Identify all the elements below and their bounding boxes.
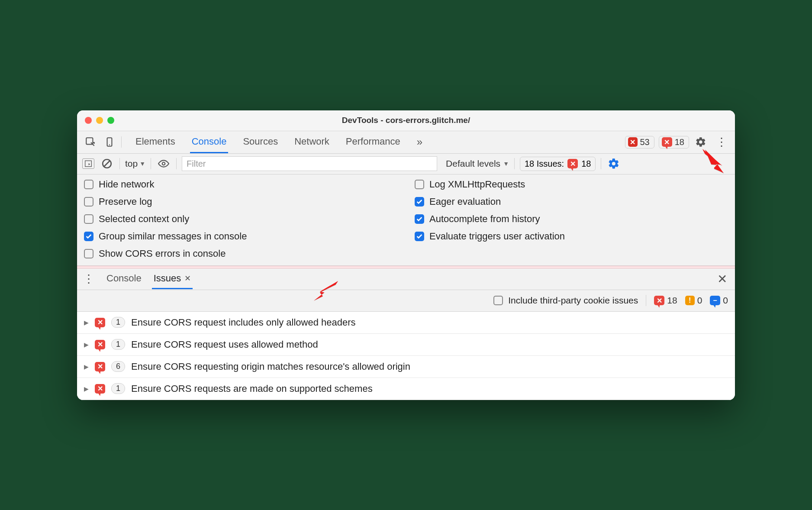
tab-elements[interactable]: Elements xyxy=(134,131,177,153)
device-toolbar-icon[interactable] xyxy=(102,135,117,149)
issue-chat-icon: ✕ xyxy=(662,137,672,147)
checkbox-icon xyxy=(493,296,503,305)
issue-row[interactable]: ▶ ✕ 1 Ensure CORS requests are made on s… xyxy=(77,378,735,400)
issues-count-pill[interactable]: ✕ 18 xyxy=(659,136,689,148)
setting-autocomplete-history[interactable]: Autocomplete from history xyxy=(415,213,728,225)
issue-count-badge: 1 xyxy=(111,383,125,394)
tab-performance[interactable]: Performance xyxy=(344,131,402,153)
setting-hide-network[interactable]: Hide network xyxy=(84,179,397,190)
close-drawer-icon[interactable]: ✕ xyxy=(714,272,731,286)
divider xyxy=(151,158,151,169)
expand-icon[interactable]: ▶ xyxy=(84,363,89,370)
chevron-down-icon: ▼ xyxy=(139,160,145,167)
context-selector[interactable]: top ▼ xyxy=(125,158,145,169)
issue-title: Ensure CORS requesting origin matches re… xyxy=(131,361,410,372)
filter-input[interactable] xyxy=(182,156,437,171)
window-title: DevTools - cors-errors.glitch.me/ xyxy=(77,116,735,125)
issue-count-badge: 1 xyxy=(111,339,125,350)
divider xyxy=(601,158,601,169)
checkbox-icon xyxy=(415,180,424,189)
tab-console[interactable]: Console xyxy=(190,131,229,153)
svg-line-5 xyxy=(104,161,110,167)
live-expression-icon[interactable] xyxy=(156,156,171,171)
drawer-tabs: ⋮ Console Issues ✕ ✕ xyxy=(77,268,735,290)
window-controls xyxy=(85,117,114,124)
error-count: 53 xyxy=(640,137,650,147)
issue-count-warnings: !0 xyxy=(685,295,702,306)
drawer-tab-issues[interactable]: Issues ✕ xyxy=(152,268,193,289)
issues-toolbar-pill[interactable]: 18 Issues: ✕ 18 xyxy=(520,157,596,171)
issue-title: Ensure CORS request uses allowed method xyxy=(131,339,318,350)
setting-log-xhr[interactable]: Log XMLHttpRequests xyxy=(415,179,728,190)
checkbox-checked-icon xyxy=(84,232,93,241)
issue-chat-icon: ✕ xyxy=(95,318,105,327)
chevron-down-icon: ▼ xyxy=(503,160,509,167)
annotation-arrow-icon xyxy=(311,275,341,307)
console-settings-panel: Hide network Preserve log Selected conte… xyxy=(77,174,735,266)
inspect-element-icon[interactable] xyxy=(83,135,98,149)
issue-count-errors: ✕18 xyxy=(654,295,677,306)
log-levels-selector[interactable]: Default levels ▼ xyxy=(446,158,509,169)
divider xyxy=(514,158,515,169)
issues-count: 18 xyxy=(675,137,684,147)
warning-icon: ! xyxy=(685,296,695,305)
setting-preserve-log[interactable]: Preserve log xyxy=(84,196,397,207)
settings-col-left: Hide network Preserve log Selected conte… xyxy=(84,179,397,259)
checkbox-checked-icon xyxy=(415,232,424,241)
issue-count-badge: 6 xyxy=(111,361,125,372)
titlebar: DevTools - cors-errors.glitch.me/ xyxy=(77,110,735,131)
devtools-window: DevTools - cors-errors.glitch.me/ Elemen… xyxy=(77,110,735,400)
tabs-overflow[interactable]: » xyxy=(415,131,424,153)
close-window-dot[interactable] xyxy=(85,117,92,124)
drawer-more-icon[interactable]: ⋮ xyxy=(81,272,96,286)
toggle-sidebar-icon[interactable] xyxy=(82,158,94,169)
issue-chat-icon: ✕ xyxy=(654,296,664,305)
setting-eager-eval[interactable]: Eager evaluation xyxy=(415,196,728,207)
include-third-party-checkbox[interactable]: Include third-party cookie issues xyxy=(493,295,638,306)
error-count-pill[interactable]: ✕ 53 xyxy=(625,136,654,148)
checkbox-checked-icon xyxy=(415,214,424,224)
console-settings-gear-icon[interactable] xyxy=(606,156,621,171)
divider xyxy=(121,136,122,148)
issue-chat-icon: ✕ xyxy=(567,159,578,168)
divider xyxy=(646,295,646,306)
issue-row[interactable]: ▶ ✕ 6 Ensure CORS requesting origin matc… xyxy=(77,356,735,378)
tab-sources[interactable]: Sources xyxy=(241,131,280,153)
issue-chat-icon: ✕ xyxy=(95,340,105,349)
issue-row[interactable]: ▶ ✕ 1 Ensure CORS request uses allowed m… xyxy=(77,334,735,356)
issue-chat-icon: ✕ xyxy=(95,384,105,394)
checkbox-checked-icon xyxy=(415,197,424,207)
drawer-tab-console[interactable]: Console xyxy=(105,268,143,289)
error-icon: ✕ xyxy=(628,137,638,147)
setting-eval-user-activation[interactable]: Evaluate triggers user activation xyxy=(415,231,728,242)
expand-icon[interactable]: ▶ xyxy=(84,385,89,392)
expand-icon[interactable]: ▶ xyxy=(84,319,89,326)
tab-network[interactable]: Network xyxy=(293,131,331,153)
clear-console-icon[interactable] xyxy=(100,156,114,171)
minimize-window-dot[interactable] xyxy=(96,117,103,124)
issues-pill-count: 18 xyxy=(581,159,591,169)
info-chat-icon: – xyxy=(710,296,720,305)
issue-chat-icon: ✕ xyxy=(95,362,105,371)
close-tab-icon[interactable]: ✕ xyxy=(184,274,191,283)
settings-col-right: Log XMLHttpRequests Eager evaluation Aut… xyxy=(415,179,728,259)
annotation-arrow-icon xyxy=(699,146,730,178)
checkbox-icon xyxy=(84,197,93,207)
zoom-window-dot[interactable] xyxy=(107,117,114,124)
issue-title: Ensure CORS requests are made on support… xyxy=(131,383,373,394)
divider xyxy=(119,158,120,169)
checkbox-icon xyxy=(84,214,93,224)
setting-group-similar[interactable]: Group similar messages in console xyxy=(84,231,397,242)
checkbox-icon xyxy=(84,249,93,258)
issue-row[interactable]: ▶ ✕ 1 Ensure CORS request includes only … xyxy=(77,312,735,334)
expand-icon[interactable]: ▶ xyxy=(84,341,89,348)
divider xyxy=(176,158,177,169)
setting-show-cors-errors[interactable]: Show CORS errors in console xyxy=(84,248,397,259)
issue-count-info: –0 xyxy=(710,295,728,306)
checkbox-icon xyxy=(84,180,93,189)
setting-selected-context[interactable]: Selected context only xyxy=(84,213,397,225)
issues-label: 18 Issues: xyxy=(525,159,564,169)
main-tabs-row: Elements Console Sources Network Perform… xyxy=(77,131,735,154)
console-toolbar: top ▼ Default levels ▼ 18 Issues: ✕ 18 xyxy=(77,154,735,174)
issue-list[interactable]: ▶ ✕ 1 Ensure CORS request includes only … xyxy=(77,312,735,400)
